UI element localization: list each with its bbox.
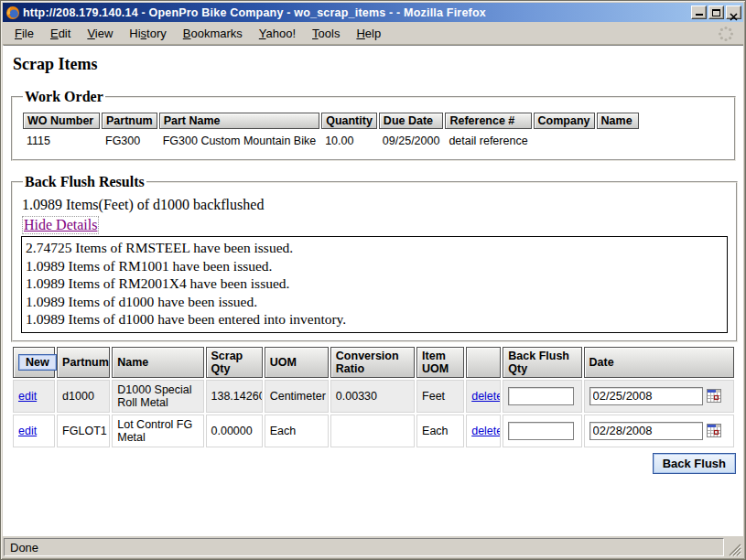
back-flush-qty-cell [503, 380, 581, 413]
uom-value: Centimeter [265, 380, 329, 413]
col-wo-number: WO Number [23, 113, 100, 129]
calendar-icon[interactable] [707, 424, 721, 437]
wo-quantity-value: 10.00 [321, 131, 377, 148]
col-scrap-qty: Scrap Qty [206, 347, 263, 378]
close-button[interactable] [726, 5, 741, 19]
col-delete [466, 347, 501, 378]
wo-part-name-value: FG300 Custom Mountain Bike [159, 131, 319, 148]
page-content: Scrap Items Work Order WO Number Partnum… [3, 45, 743, 536]
date-cell [584, 380, 735, 413]
firefox-icon [5, 5, 20, 20]
name-value: Lot Control FG Metal [112, 415, 203, 447]
scrap-items-table: New Partnum Name Scrap Qty UOM Conversio… [11, 345, 736, 449]
status-bar: Done [3, 536, 743, 557]
partnum-value: d1000 [57, 380, 110, 413]
page-title: Scrap Items [13, 55, 734, 74]
work-order-fieldset: Work Order WO Number Partnum Part Name Q… [11, 89, 736, 161]
back-flush-qty-input[interactable] [508, 422, 574, 440]
delete-link[interactable]: delete [471, 390, 501, 403]
hide-details-link[interactable]: Hide Details [22, 216, 99, 234]
menu-bar: File Edit View History Bookmarks Yahoo! … [3, 22, 743, 45]
col-name: Name [112, 347, 203, 378]
backflush-detail-line: 1.0989 Items of d1000 have been issued. [26, 293, 723, 311]
backflush-detail-line: 2.74725 Items of RMSTEEL have been issue… [26, 239, 723, 257]
throbber-icon [718, 26, 734, 46]
col-reference: Reference # [445, 113, 531, 129]
uom-value: Each [265, 415, 329, 447]
col-due-date: Due Date [379, 113, 444, 129]
new-button[interactable]: New [18, 354, 57, 371]
scrap-qty-value: 0.00000 [206, 415, 263, 447]
col-partnum: Partnum [57, 347, 110, 378]
wo-reference-value: detail reference [445, 131, 531, 148]
menu-edit[interactable]: Edit [42, 23, 79, 44]
wo-partnum-value: FG300 [102, 131, 157, 148]
minimize-button[interactable] [691, 5, 707, 19]
col-date: Date [584, 347, 735, 378]
menu-help[interactable]: Help [348, 23, 389, 44]
new-header-cell: New [13, 347, 55, 378]
scrap-row-1: edit d1000 D1000 Special Roll Metal 138.… [13, 380, 734, 413]
maximize-icon [712, 9, 720, 16]
col-item-uom: Item UOM [416, 347, 464, 378]
col-quantity: Quantity [321, 113, 377, 129]
backflush-summary: 1.0989 Items(Feet) of d1000 backflushed [22, 197, 728, 213]
menu-history[interactable]: History [121, 23, 174, 44]
partnum-value: FGLOT1 [57, 415, 110, 447]
window-title: http://208.179.140.14 - OpenPro Bike Com… [23, 6, 688, 19]
title-bar[interactable]: http://208.179.140.14 - OpenPro Bike Com… [3, 3, 743, 22]
backflush-detail-line: 1.0989 Items of RM2001X4 have been issue… [26, 275, 723, 293]
col-partnum: Partnum [102, 113, 157, 129]
status-text: Done [4, 538, 724, 556]
scrap-row-2: edit FGLOT1 Lot Control FG Metal 0.00000… [13, 415, 734, 447]
work-order-legend: Work Order [23, 89, 105, 105]
menu-bookmarks[interactable]: Bookmarks [175, 23, 251, 44]
backflush-results-fieldset: Back Flush Results 1.0989 Items(Feet) of… [11, 174, 738, 342]
wo-number-value: 1115 [23, 131, 100, 148]
edit-cell: edit [13, 415, 55, 447]
scrap-header-row: New Partnum Name Scrap Qty UOM Conversio… [13, 347, 734, 378]
work-order-table: WO Number Partnum Part Name Quantity Due… [21, 111, 641, 150]
edit-link[interactable]: edit [18, 425, 37, 437]
date-cell [584, 415, 735, 447]
conversion-ratio-value: 0.00330 [330, 380, 415, 413]
back-flush-qty-input[interactable] [508, 387, 574, 405]
col-uom: UOM [265, 347, 329, 378]
menu-yahoo[interactable]: Yahoo! [251, 23, 304, 44]
delete-cell: delete [466, 380, 501, 413]
conversion-ratio-value [330, 415, 415, 447]
name-value: D1000 Special Roll Metal [112, 380, 203, 413]
browser-window: http://208.179.140.14 - OpenPro Bike Com… [0, 0, 746, 560]
wo-company-value [534, 131, 595, 148]
wo-due-date-value: 09/25/2000 [379, 131, 444, 148]
menu-view[interactable]: View [79, 23, 121, 44]
col-company: Company [534, 113, 595, 129]
col-back-flush-qty: Back Flush Qty [503, 347, 581, 378]
work-order-header-row: WO Number Partnum Part Name Quantity Due… [23, 113, 639, 129]
edit-cell: edit [13, 380, 55, 413]
menu-tools[interactable]: Tools [304, 23, 348, 44]
delete-cell: delete [466, 415, 501, 447]
wo-name-value [597, 131, 639, 148]
item-uom-value: Each [416, 415, 464, 447]
delete-link[interactable]: delete [471, 425, 501, 437]
date-input[interactable] [589, 387, 703, 405]
back-flush-button[interactable]: Back Flush [653, 453, 736, 474]
minimize-icon [696, 14, 703, 16]
col-conversion-ratio: Conversion Ratio [330, 347, 415, 378]
backflush-details-box: 2.74725 Items of RMSTEEL have been issue… [21, 236, 728, 333]
edit-link[interactable]: edit [18, 390, 37, 403]
scrap-qty-value: 138.14260 [206, 380, 263, 413]
resize-grip-icon[interactable] [726, 538, 741, 556]
col-part-name: Part Name [159, 113, 319, 129]
calendar-icon[interactable] [707, 389, 721, 403]
backflush-results-legend: Back Flush Results [23, 174, 146, 190]
backflush-detail-line: 1.0989 Items of RM1001 have been issued. [26, 257, 723, 275]
col-name: Name [597, 113, 639, 129]
menu-file[interactable]: File [6, 23, 42, 44]
date-input[interactable] [589, 422, 703, 440]
maximize-button[interactable] [708, 5, 724, 19]
back-flush-qty-cell [503, 415, 581, 447]
work-order-row: 1115 FG300 FG300 Custom Mountain Bike 10… [23, 131, 639, 148]
backflush-detail-line: 1.0989 Items of d1000 have been entered … [26, 310, 723, 328]
